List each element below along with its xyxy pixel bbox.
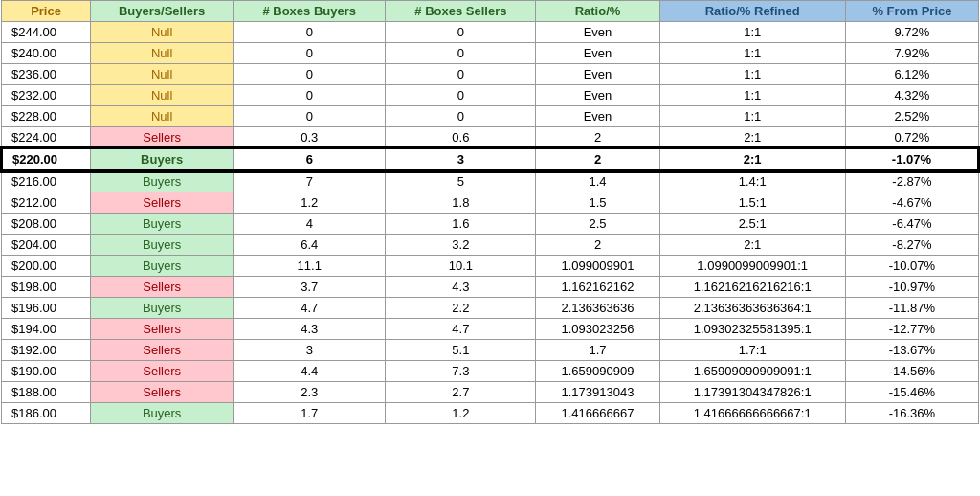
table-cell: 4.3 [386,277,536,298]
table-cell: 1.173913043 [536,382,659,403]
table-row: $198.00Sellers3.74.31.1621621621.1621621… [2,277,979,298]
column-header-6: % From Price [845,1,978,22]
table-cell: Even [536,85,659,106]
table-cell: 5 [386,170,536,192]
table-cell: 3.7 [234,277,386,298]
table-cell: Sellers [91,340,234,361]
table-cell: 0 [234,106,386,127]
column-header-4: Ratio/% [536,1,659,22]
table-row: $228.00Null00Even1:12.52% [2,106,979,127]
table-cell: 9.72% [845,22,978,43]
table-cell: -13.67% [845,340,978,361]
table-cell: 0 [234,64,386,85]
table-cell: -2.87% [845,170,978,192]
table-cell: 0 [234,43,386,64]
table-cell: 1.093023256 [536,319,659,340]
table-cell: 7 [234,170,386,192]
table-cell: 1.0990099009901:1 [659,256,845,277]
table-row: $236.00Null00Even1:16.12% [2,64,979,85]
table-cell: 4.7 [234,298,386,319]
table-cell: -11.87% [845,298,978,319]
table-cell: 1.16216216216216:1 [659,277,845,298]
table-cell: 0.72% [845,127,978,149]
table-cell: 1.162162162 [536,277,659,298]
table-cell: -15.46% [845,382,978,403]
table-cell: 1.7 [234,403,386,424]
table-cell: 1.2 [386,403,536,424]
table-row: $192.00Sellers35.11.71.7:1-13.67% [2,340,979,361]
table-cell: 2 [536,148,659,170]
table-cell: Null [91,85,234,106]
table-cell: 0 [234,22,386,43]
table-cell: -12.77% [845,319,978,340]
table-cell: 6.12% [845,64,978,85]
table-cell: $244.00 [2,22,91,43]
column-header-3: # Boxes Sellers [386,1,536,22]
table-cell: 1:1 [659,85,845,106]
table-cell: -10.97% [845,277,978,298]
table-cell: 1:1 [659,43,845,64]
table-cell: 1.4:1 [659,170,845,192]
table-row: $224.00Sellers0.30.622:10.72% [2,127,979,149]
table-cell: $224.00 [2,127,91,149]
table-cell: 1.7 [536,340,659,361]
table-cell: Buyers [91,214,234,235]
table-cell: 2.7 [386,382,536,403]
table-cell: 1:1 [659,106,845,127]
table-cell: 7.92% [845,43,978,64]
table-cell: $232.00 [2,85,91,106]
table-cell: 2:1 [659,127,845,149]
table-cell: 0 [386,43,536,64]
table-cell: -16.36% [845,403,978,424]
table-cell: $192.00 [2,340,91,361]
column-header-2: # Boxes Buyers [234,1,386,22]
table-cell: $228.00 [2,106,91,127]
table-cell: Sellers [91,277,234,298]
table-cell: 10.1 [386,256,536,277]
table-cell: $204.00 [2,235,91,256]
table-row: $232.00Null00Even1:14.32% [2,85,979,106]
table-cell: 1.41666666666667:1 [659,403,845,424]
table-cell: $186.00 [2,403,91,424]
table-cell: $216.00 [2,170,91,192]
table-cell: 4.7 [386,319,536,340]
table-cell: 0 [386,64,536,85]
table-cell: 3.2 [386,235,536,256]
table-cell: -10.07% [845,256,978,277]
table-cell: 2.5 [536,214,659,235]
table-cell: 1:1 [659,22,845,43]
table-cell: $220.00 [2,148,91,170]
table-cell: 1.4 [536,170,659,192]
table-cell: 1.099009901 [536,256,659,277]
table-cell: 6 [234,148,386,170]
table-cell: -1.07% [845,148,978,170]
table-cell: Even [536,106,659,127]
table-cell: -4.67% [845,192,978,214]
table-cell: 4.4 [234,361,386,382]
table-cell: 1.65909090909091:1 [659,361,845,382]
table-cell: 1.6 [386,214,536,235]
table-row: $212.00Sellers1.21.81.51.5:1-4.67% [2,192,979,214]
price-table: PriceBuyers/Sellers# Boxes Buyers# Boxes… [0,0,980,424]
table-cell: Buyers [91,148,234,170]
table-cell: $188.00 [2,382,91,403]
table-row: $240.00Null00Even1:17.92% [2,43,979,64]
table-cell: 1.416666667 [536,403,659,424]
table-cell: 1.17391304347826:1 [659,382,845,403]
table-cell: $208.00 [2,214,91,235]
table-row: $190.00Sellers4.47.31.6590909091.6590909… [2,361,979,382]
table-cell: 3 [234,340,386,361]
table-cell: 2 [536,235,659,256]
table-cell: 4.3 [234,319,386,340]
table-cell: 2:1 [659,235,845,256]
table-cell: 1.7:1 [659,340,845,361]
table-cell: 2.5:1 [659,214,845,235]
table-cell: 0 [234,85,386,106]
table-cell: Even [536,43,659,64]
table-cell: $196.00 [2,298,91,319]
table-cell: -6.47% [845,214,978,235]
table-cell: Buyers [91,298,234,319]
table-cell: Null [91,22,234,43]
table-cell: $200.00 [2,256,91,277]
table-cell: 1.09302325581395:1 [659,319,845,340]
